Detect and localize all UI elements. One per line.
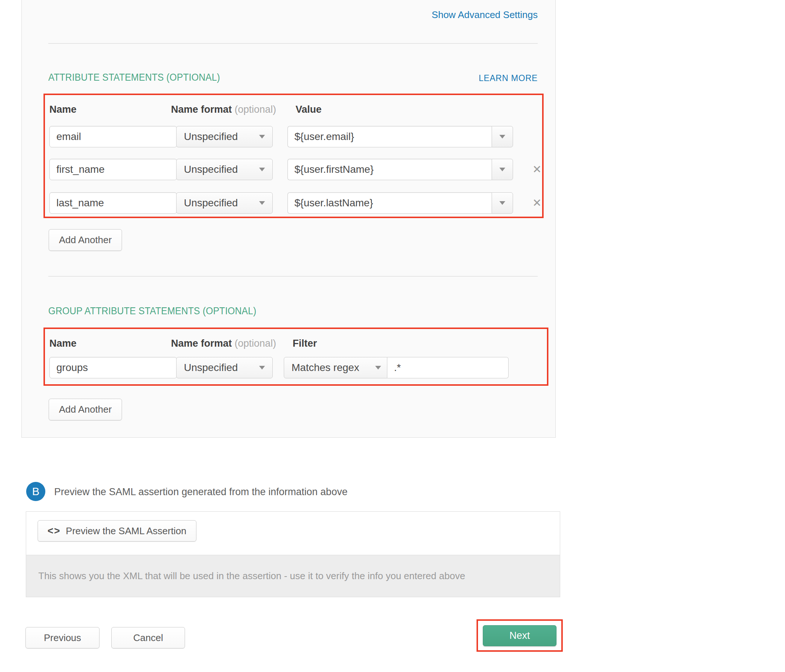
column-header-name: Name [49, 104, 77, 115]
attr-row-3-name-input[interactable] [49, 192, 177, 214]
group-column-header-filter: Filter [292, 338, 317, 349]
chevron-down-icon [259, 135, 265, 139]
chevron-down-icon [499, 201, 505, 205]
attr-row-2-value-dropdown-button[interactable] [492, 159, 513, 180]
chevron-down-icon [499, 168, 505, 171]
column-header-optional-label: (optional) [235, 104, 277, 115]
chevron-down-icon [499, 135, 505, 139]
attr-row-1-value-input[interactable] [288, 126, 492, 147]
group-column-header-name-format-label: Name format [171, 338, 232, 349]
cancel-button[interactable]: Cancel [111, 627, 185, 649]
section-divider [48, 43, 538, 44]
group-column-header-name: Name [49, 338, 77, 349]
attr-row-2-value-combo [288, 159, 513, 180]
attr-row-2-remove-button[interactable]: ✕ [531, 163, 543, 176]
group-row-1-filter-value-input[interactable] [387, 357, 508, 378]
chevron-down-icon [259, 366, 265, 370]
attr-row-1-format-select[interactable]: Unspecified [176, 126, 273, 147]
preview-help-text: This shows you the XML that will be used… [26, 555, 560, 597]
show-advanced-settings-link[interactable]: Show Advanced Settings [432, 9, 538, 20]
step-b-heading: Preview the SAML assertion generated fro… [54, 486, 347, 498]
group-row-1-filter-combo: Matches regex [284, 357, 508, 378]
group-row-1-name-input[interactable] [49, 357, 177, 378]
code-brackets-icon: <> [47, 525, 61, 537]
add-another-attribute-button[interactable]: Add Another [48, 229, 122, 251]
chevron-down-icon [375, 366, 381, 370]
add-another-group-attribute-button[interactable]: Add Another [48, 399, 122, 420]
next-button-annotation-box: Next [477, 619, 563, 652]
group-row-1-filter-type-value: Matches regex [291, 362, 359, 374]
group-column-header-name-format: Name format (optional) [171, 338, 276, 349]
chevron-down-icon [259, 168, 265, 171]
attr-row-3-value-combo [288, 192, 513, 214]
attr-row-3-format-value: Unspecified [184, 197, 238, 209]
group-row-1-format-select[interactable]: Unspecified [176, 357, 273, 378]
attr-row-3-value-dropdown-button[interactable] [492, 192, 513, 214]
column-header-value: Value [296, 104, 322, 115]
preview-saml-assertion-label: Preview the SAML Assertion [66, 525, 186, 537]
attr-row-2-name-input[interactable] [49, 159, 177, 180]
attr-row-3-remove-button[interactable]: ✕ [531, 197, 543, 209]
saml-settings-panel: Show Advanced Settings ATTRIBUTE STATEME… [21, 0, 556, 438]
attr-row-3-format-select[interactable]: Unspecified [176, 192, 273, 214]
attribute-statements-annotation-box: Name Name format (optional) Value Unspec… [44, 94, 544, 218]
attr-row-2-format-value: Unspecified [184, 164, 238, 175]
next-button[interactable]: Next [483, 625, 557, 646]
group-column-header-optional-label: (optional) [235, 338, 277, 349]
attr-row-3-value-input[interactable] [288, 192, 492, 214]
group-attribute-statements-title: GROUP ATTRIBUTE STATEMENTS (OPTIONAL) [48, 305, 256, 317]
column-header-name-format: Name format (optional) [171, 104, 276, 115]
section-divider [48, 276, 538, 277]
attribute-statements-title: ATTRIBUTE STATEMENTS (OPTIONAL) [48, 72, 220, 83]
chevron-down-icon [259, 201, 265, 205]
previous-button[interactable]: Previous [25, 627, 100, 649]
learn-more-link[interactable]: LEARN MORE [479, 73, 538, 83]
step-b-badge: B [26, 482, 45, 501]
attr-row-1-value-dropdown-button[interactable] [492, 126, 513, 147]
group-row-1-filter-type-select[interactable]: Matches regex [284, 357, 387, 378]
close-icon: ✕ [532, 163, 541, 175]
preview-assertion-panel: <> Preview the SAML Assertion This shows… [26, 511, 560, 597]
close-icon: ✕ [532, 197, 541, 209]
attr-row-1-value-combo [288, 126, 513, 147]
attr-row-2-value-input[interactable] [288, 159, 492, 180]
attr-row-2-format-select[interactable]: Unspecified [176, 159, 273, 180]
attr-row-1-format-value: Unspecified [184, 131, 238, 142]
column-header-name-format-label: Name format [171, 104, 232, 115]
group-row-1-format-value: Unspecified [184, 362, 238, 374]
preview-saml-assertion-button[interactable]: <> Preview the SAML Assertion [38, 520, 196, 542]
group-attribute-annotation-box: Name Name format (optional) Filter Unspe… [44, 328, 548, 386]
attr-row-1-name-input[interactable] [49, 126, 177, 147]
